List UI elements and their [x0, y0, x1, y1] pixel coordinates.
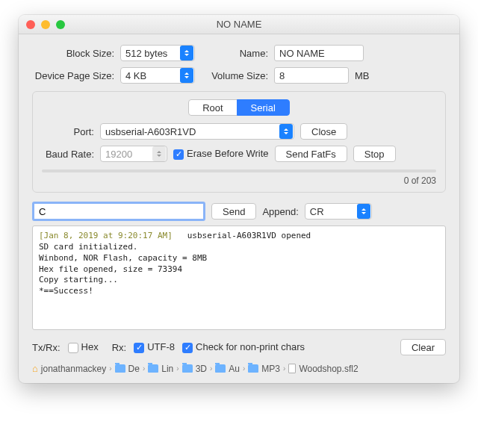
- chevron-updown-icon: [180, 46, 193, 60]
- form-row-2: Device Page Size: 4 KB Volume Size: MB: [32, 67, 446, 84]
- block-size-label: Block Size:: [32, 48, 114, 59]
- folder-icon: [248, 364, 258, 373]
- chevron-right-icon: ›: [176, 364, 179, 373]
- terminal-line4: Hex file opened, size = 73394: [39, 264, 182, 274]
- crumb-4[interactable]: Au: [229, 364, 240, 374]
- tab-serial[interactable]: Serial: [237, 99, 290, 116]
- volume-size-unit: MB: [355, 70, 370, 81]
- progress-bar: [42, 169, 436, 172]
- minimize-window-icon[interactable]: [41, 20, 50, 29]
- hex-checkbox-wrap[interactable]: Hex: [68, 341, 99, 353]
- block-size-value: 512 bytes: [125, 48, 167, 59]
- crumb-3[interactable]: 3D: [196, 364, 207, 374]
- port-select[interactable]: usbserial-A603R1VD: [100, 123, 294, 140]
- chevron-updown-icon: [279, 124, 293, 139]
- nonprint-checkbox-wrap[interactable]: ✓Check for non-print chars: [182, 341, 305, 353]
- utf8-checkbox[interactable]: ✓: [134, 343, 144, 353]
- chevron-right-icon: ›: [243, 364, 245, 373]
- port-label: Port:: [42, 126, 94, 137]
- form-row-1: Block Size: 512 bytes Name:: [32, 45, 446, 61]
- baud-row: Baud Rate: 19200 ✓Erase Before Write Sen…: [42, 146, 436, 162]
- crumb-1[interactable]: De: [128, 364, 140, 374]
- hex-label: Hex: [81, 341, 99, 352]
- hex-checkbox[interactable]: [68, 343, 78, 353]
- command-input[interactable]: [32, 202, 205, 221]
- close-window-icon[interactable]: [26, 20, 35, 29]
- terminal-line1: usbserial-A603R1VD opened: [173, 231, 311, 240]
- window-title: NO NAME: [19, 19, 459, 30]
- folder-icon: [115, 364, 125, 373]
- page-size-label: Device Page Size:: [32, 70, 114, 81]
- zoom-window-icon[interactable]: [56, 20, 65, 29]
- file-icon: [288, 364, 296, 373]
- page-size-select[interactable]: 4 KB: [120, 67, 195, 84]
- chevron-right-icon: ›: [143, 364, 145, 373]
- clear-button[interactable]: Clear: [400, 339, 446, 355]
- append-value: CR: [310, 206, 324, 217]
- erase-checkbox-wrap[interactable]: ✓Erase Before Write: [173, 148, 269, 160]
- terminal-output: [Jan 8, 2019 at 9:20:17 AM] usbserial-A6…: [32, 225, 446, 330]
- progress-text: 0 of 203: [42, 175, 436, 186]
- rx-label: Rx:: [112, 342, 127, 353]
- close-button[interactable]: Close: [300, 123, 347, 140]
- terminal-line5: Copy starting...: [39, 275, 118, 284]
- stop-button[interactable]: Stop: [353, 146, 396, 162]
- baud-select[interactable]: 19200: [100, 146, 167, 162]
- port-row: Port: usbserial-A603R1VD Close: [42, 123, 436, 140]
- tab-root[interactable]: Root: [188, 99, 237, 116]
- folder-icon: [182, 364, 193, 373]
- crumb-2[interactable]: Lin: [161, 364, 173, 374]
- window-body: Block Size: 512 bytes Name: Device Page …: [19, 34, 459, 383]
- breadcrumb: ⌂ jonathanmackey › De › Lin › 3D › Au › …: [32, 363, 446, 374]
- crumb-5[interactable]: MP3: [261, 364, 280, 374]
- utf8-checkbox-wrap[interactable]: ✓UTF-8: [134, 341, 175, 353]
- chevron-right-icon: ›: [283, 364, 285, 373]
- window-controls: [26, 20, 65, 29]
- terminal-line6: *==Success!: [39, 286, 93, 296]
- chevron-right-icon: ›: [210, 364, 212, 373]
- nonprint-label: Check for non-print chars: [196, 341, 305, 352]
- crumb-6[interactable]: Woodshop.sfl2: [299, 364, 358, 374]
- erase-label: Erase Before Write: [187, 148, 269, 159]
- crumb-0[interactable]: jonathanmackey: [41, 364, 106, 374]
- folder-icon: [215, 364, 226, 373]
- volume-size-label: Volume Size:: [201, 70, 268, 81]
- baud-value: 19200: [105, 149, 132, 160]
- txrx-label: Tx/Rx:: [32, 342, 60, 353]
- chevron-right-icon: ›: [109, 364, 111, 373]
- terminal-line2: SD card initialized.: [39, 242, 137, 252]
- chevron-updown-icon: [357, 204, 370, 219]
- bottom-row: Tx/Rx: Hex Rx: ✓UTF-8 ✓Check for non-pri…: [32, 339, 446, 355]
- append-label: Append:: [262, 206, 298, 217]
- block-size-select[interactable]: 512 bytes: [120, 45, 195, 61]
- titlebar: NO NAME: [19, 15, 459, 34]
- app-window: NO NAME Block Size: 512 bytes Name: Devi…: [19, 15, 459, 383]
- chevron-updown-icon: [152, 146, 166, 161]
- volume-size-input[interactable]: [274, 67, 349, 84]
- name-label: Name:: [201, 48, 268, 59]
- baud-label: Baud Rate:: [42, 149, 94, 160]
- port-value: usbserial-A603R1VD: [105, 126, 196, 137]
- home-icon: ⌂: [32, 363, 38, 374]
- send-fatfs-button[interactable]: Send FatFs: [275, 146, 347, 162]
- command-row: Send Append: CR: [32, 202, 446, 221]
- chevron-updown-icon: [180, 68, 193, 83]
- utf8-label: UTF-8: [147, 341, 175, 352]
- terminal-timestamp: [Jan 8, 2019 at 9:20:17 AM]: [39, 231, 173, 240]
- name-input[interactable]: [274, 45, 364, 61]
- send-button[interactable]: Send: [211, 203, 256, 220]
- tab-segment: Root Serial: [42, 99, 436, 116]
- page-size-value: 4 KB: [125, 70, 146, 81]
- serial-group: Root Serial Port: usbserial-A603R1VD Clo…: [32, 91, 446, 193]
- append-select[interactable]: CR: [305, 203, 372, 220]
- nonprint-checkbox[interactable]: ✓: [182, 343, 193, 353]
- folder-icon: [148, 364, 158, 373]
- erase-checkbox[interactable]: ✓: [173, 149, 184, 160]
- terminal-line3: Winbond, NOR Flash, capacity = 8MB: [39, 253, 207, 263]
